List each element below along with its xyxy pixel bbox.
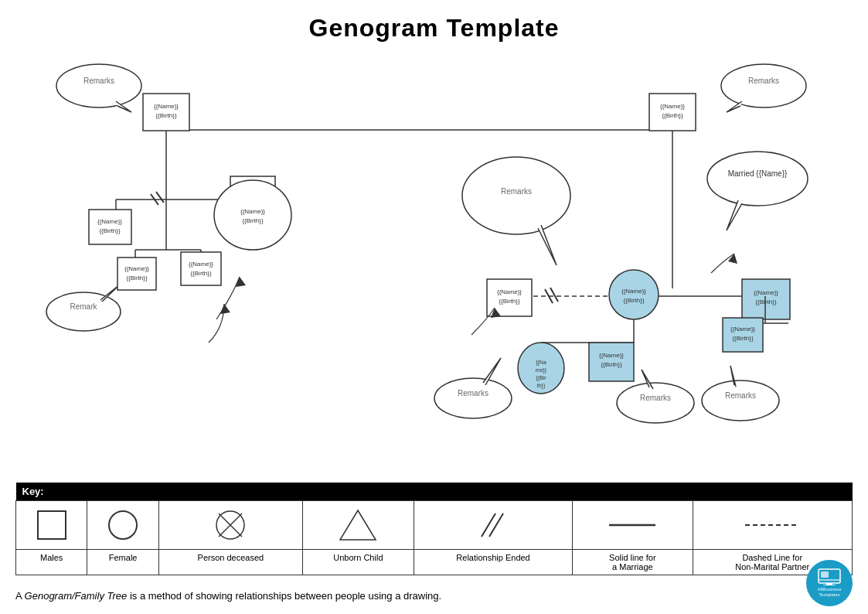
svg-point-72 bbox=[214, 180, 291, 250]
svg-text:Remarks: Remarks bbox=[83, 77, 114, 85]
svg-text:{{Name}}: {{Name}} bbox=[730, 326, 755, 333]
key-female-label: Female bbox=[87, 550, 158, 575]
solid-line-symbol bbox=[605, 517, 659, 533]
svg-text:{{Birth}}: {{Birth}} bbox=[601, 361, 621, 368]
key-labels-row: Males Female Person deceased Unborn Chil… bbox=[16, 550, 853, 575]
svg-point-34 bbox=[434, 378, 512, 418]
svg-text:{{Bir: {{Bir bbox=[536, 375, 546, 381]
svg-text:{{Name}}: {{Name}} bbox=[154, 103, 179, 110]
page-title: Genogram Template bbox=[0, 0, 868, 49]
svg-text:Remarks: Remarks bbox=[725, 391, 756, 400]
svg-point-75 bbox=[609, 270, 659, 319]
svg-text:{{Birth}}: {{Birth}} bbox=[499, 298, 519, 305]
key-relationship-label: Relationship Ended bbox=[414, 550, 572, 575]
key-solid-line-symbol bbox=[573, 501, 693, 550]
circle-symbol bbox=[108, 510, 138, 540]
svg-line-12 bbox=[156, 192, 164, 203]
key-symbols-row bbox=[16, 501, 853, 550]
svg-text:{{Birth}}: {{Birth}} bbox=[155, 112, 176, 119]
key-female-symbol bbox=[87, 501, 158, 550]
svg-text:{{Name}}: {{Name}} bbox=[660, 103, 685, 110]
svg-text:{{Birth}}: {{Birth}} bbox=[755, 298, 776, 305]
key-table: Key: bbox=[15, 483, 853, 575]
key-relationship-symbol bbox=[414, 501, 572, 550]
dashed-line-symbol bbox=[741, 517, 803, 533]
svg-text:{{Birth}}: {{Birth}} bbox=[662, 112, 682, 119]
svg-rect-57 bbox=[181, 252, 221, 285]
svg-line-93 bbox=[489, 513, 503, 537]
svg-marker-91 bbox=[340, 510, 376, 540]
deceased-icon bbox=[214, 509, 247, 541]
svg-text:me}}: me}} bbox=[536, 367, 547, 374]
svg-text:Remark: Remark bbox=[70, 302, 97, 311]
footer-text: A Genogram/Family Tree is a method of sh… bbox=[15, 590, 441, 602]
brand-icon bbox=[818, 568, 841, 585]
footer-italic: Genogram/Family Tree bbox=[25, 590, 128, 602]
svg-text:Remarks: Remarks bbox=[501, 187, 532, 196]
svg-point-32 bbox=[707, 152, 808, 206]
svg-text:{{Birth}}: {{Birth}} bbox=[242, 217, 263, 224]
svg-text:{{Name}}: {{Name}} bbox=[497, 288, 522, 295]
svg-text:{{Birth}}: {{Birth}} bbox=[126, 275, 147, 281]
diagram-area: Remarks Remarks Remarks Married {{Name}}… bbox=[0, 49, 868, 466]
svg-text:{{Birth}}: {{Birth}} bbox=[99, 227, 120, 234]
square-symbol bbox=[37, 510, 66, 540]
svg-text:{{Name}}: {{Name}} bbox=[240, 208, 265, 215]
key-unborn-symbol bbox=[302, 501, 414, 550]
brand-text: AllBusinessTemplates bbox=[817, 587, 841, 598]
key-section: Key: bbox=[15, 483, 853, 575]
svg-text:Remarks: Remarks bbox=[458, 389, 488, 397]
svg-point-38 bbox=[702, 380, 779, 421]
svg-point-36 bbox=[617, 383, 694, 423]
svg-text:th}}: th}} bbox=[537, 383, 546, 389]
svg-text:Married {{Name}}: Married {{Name}} bbox=[728, 169, 788, 178]
svg-text:{{Name}}: {{Name}} bbox=[189, 261, 213, 268]
svg-text:{{Name}}: {{Name}} bbox=[124, 265, 149, 272]
svg-point-26 bbox=[56, 64, 141, 107]
svg-rect-54 bbox=[117, 258, 156, 290]
svg-text:{{Name}}: {{Name}} bbox=[97, 218, 122, 225]
svg-text:{{Na: {{Na bbox=[536, 360, 546, 366]
svg-point-30 bbox=[462, 157, 570, 234]
brand-logo: AllBusinessTemplates bbox=[806, 560, 853, 606]
svg-text:{{Name}}: {{Name}} bbox=[599, 352, 624, 359]
svg-point-40 bbox=[46, 292, 121, 331]
svg-text:Remarks: Remarks bbox=[640, 394, 671, 402]
key-males-symbol bbox=[16, 501, 87, 550]
genogram-svg: Remarks Remarks Remarks Married {{Name}}… bbox=[0, 49, 868, 466]
svg-line-92 bbox=[482, 513, 495, 537]
key-header: Key: bbox=[16, 483, 853, 501]
svg-text:{{Birth}}: {{Birth}} bbox=[190, 270, 211, 277]
key-unborn-label: Unborn Child bbox=[302, 550, 414, 575]
slash-symbol bbox=[474, 507, 512, 543]
svg-text:{{Name}}: {{Name}} bbox=[621, 288, 646, 295]
svg-rect-100 bbox=[821, 571, 829, 578]
svg-text:{{Birth}}: {{Birth}} bbox=[732, 335, 753, 342]
key-dashed-line-symbol bbox=[693, 501, 852, 550]
svg-text:Remarks: Remarks bbox=[748, 77, 779, 85]
svg-text:{{Birth}}: {{Birth}} bbox=[623, 297, 644, 304]
key-males-label: Males bbox=[16, 550, 87, 575]
key-deceased-label: Person deceased bbox=[158, 550, 302, 575]
key-solid-line-label: Solid line fora Marriage bbox=[573, 550, 693, 575]
key-deceased-symbol bbox=[158, 501, 302, 550]
triangle-symbol bbox=[339, 507, 377, 543]
svg-text:{{Name}}: {{Name}} bbox=[754, 289, 778, 296]
svg-point-28 bbox=[721, 64, 806, 107]
